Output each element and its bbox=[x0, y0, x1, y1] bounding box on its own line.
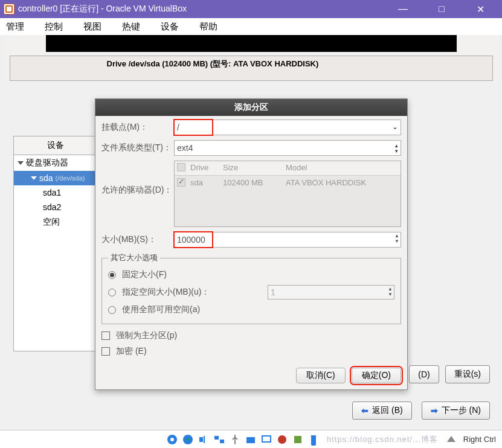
wizard-buttons-lower: ⬅ 返回 (B) ➡ 下一步 (N) bbox=[0, 402, 502, 420]
tree-hdd-node[interactable]: 硬盘驱动器 bbox=[14, 155, 97, 171]
radio-selected-icon[interactable] bbox=[108, 271, 116, 279]
tree-sda-node[interactable]: sda (/dev/sda) bbox=[14, 171, 97, 185]
opt-all-label: 使用全部可用空间(a) bbox=[122, 304, 200, 315]
audio-icon bbox=[198, 434, 210, 446]
svg-rect-10 bbox=[294, 436, 301, 443]
spec-size-value: 1 bbox=[271, 287, 275, 297]
checkbox-checked-icon[interactable] bbox=[177, 178, 185, 187]
fstype-label: 文件系统类型(T)： bbox=[101, 142, 174, 153]
svg-point-1 bbox=[170, 438, 174, 441]
dialog-title: 添加分区 bbox=[95, 99, 407, 116]
watermark-text: https://blog.csdn.net/...博客 bbox=[327, 434, 438, 445]
tree-hdd-label: 硬盘驱动器 bbox=[26, 158, 68, 168]
vbox-statusbar: https://blog.csdn.net/...博客 Right Ctrl bbox=[0, 430, 502, 448]
device-tree-header: 设备 bbox=[13, 136, 98, 155]
wizard-buttons-upper: (D) 重设(s) bbox=[0, 365, 502, 383]
installer-top-bar bbox=[46, 35, 457, 52]
chevron-down-icon bbox=[31, 176, 37, 180]
maximize-button[interactable]: □ bbox=[430, 4, 454, 15]
next-button[interactable]: ➡ 下一步 (N) bbox=[422, 402, 490, 420]
svg-rect-8 bbox=[262, 436, 271, 442]
d-button[interactable]: (D) bbox=[409, 365, 439, 383]
usb-icon bbox=[229, 434, 241, 446]
mount-point-combo[interactable]: / ⌄ bbox=[174, 120, 401, 135]
updown-icon: ▴▾ bbox=[395, 143, 398, 154]
host-key-label: Right Ctrl bbox=[463, 435, 496, 444]
size-input[interactable]: 100000 ▲▼ bbox=[174, 232, 401, 248]
fstype-value: ext4 bbox=[177, 143, 193, 153]
vbox-titlebar: controller0 [正在运行] - Oracle VM VirtualBo… bbox=[0, 0, 502, 18]
add-partition-dialog: 添加分区 挂载点(M)： / ⌄ 文件系统类型(T)： ext4 ▴▾ 允许的驱… bbox=[95, 98, 408, 390]
menu-view[interactable]: 视图 bbox=[81, 20, 104, 34]
close-button[interactable]: ✕ bbox=[468, 4, 492, 15]
checkbox-icon[interactable] bbox=[101, 331, 110, 340]
reset-label: 重设(s) bbox=[454, 369, 481, 380]
vm-display-area: Drive /dev/sda (102400 MB) (型号: ATA VBOX… bbox=[4, 35, 499, 81]
force-primary-row[interactable]: 强制为主分区(p) bbox=[101, 328, 401, 344]
cell-drive: sda bbox=[190, 178, 220, 188]
opt-spec-row[interactable]: 指定空间大小(MB)(u)： 1 ▲▼ bbox=[108, 283, 394, 302]
minimize-button[interactable]: — bbox=[391, 4, 415, 15]
arrow-right-icon: ➡ bbox=[431, 406, 438, 415]
tree-sda2-node[interactable]: sda2 bbox=[14, 200, 97, 214]
spin-buttons[interactable]: ▲▼ bbox=[394, 233, 399, 244]
other-size-options: 其它大小选项 固定大小(F) 指定空间大小(MB)(u)： 1 ▲▼ 使用全部可… bbox=[101, 252, 401, 324]
reset-button[interactable]: 重设(s) bbox=[445, 365, 490, 383]
allowed-drives-label: 允许的驱动器(D)： bbox=[101, 161, 174, 196]
mouse-icon bbox=[307, 434, 320, 446]
vbox-window-title: controller0 [正在运行] - Oracle VM VirtualBo… bbox=[18, 4, 391, 14]
harddisk-icon bbox=[166, 434, 178, 446]
cell-model: ATA VBOX HARDDISK bbox=[286, 178, 398, 188]
chevron-down-icon bbox=[18, 161, 24, 165]
spec-size-input[interactable]: 1 ▲▼ bbox=[268, 285, 394, 299]
tree-sda-path: (/dev/sda) bbox=[56, 174, 85, 182]
back-button[interactable]: ⬅ 返回 (B) bbox=[352, 402, 412, 420]
table-header: Drive Size Model bbox=[175, 161, 401, 176]
menu-manage[interactable]: 管理 bbox=[4, 20, 27, 34]
spin-buttons[interactable]: ▲▼ bbox=[388, 286, 393, 297]
device-tree: 设备 硬盘驱动器 sda (/dev/sda) sda1 sda2 空闲 bbox=[13, 136, 98, 351]
cell-size: 102400 MB bbox=[223, 178, 283, 188]
tree-sda-label: sda bbox=[39, 173, 53, 183]
menu-control[interactable]: 控制 bbox=[42, 20, 65, 34]
display-icon bbox=[260, 434, 272, 446]
menu-help[interactable]: 帮助 bbox=[197, 20, 220, 34]
svg-rect-6 bbox=[220, 440, 224, 443]
fstype-combo[interactable]: ext4 ▴▾ bbox=[174, 140, 401, 156]
checkbox-icon[interactable] bbox=[101, 347, 110, 356]
table-row[interactable]: sda 102400 MB ATA VBOX HARDDISK bbox=[175, 176, 401, 191]
menu-hotkeys[interactable]: 热键 bbox=[120, 20, 143, 34]
other-size-legend: 其它大小选项 bbox=[108, 252, 160, 263]
opt-fixed-row[interactable]: 固定大小(F) bbox=[108, 267, 394, 283]
encrypt-row[interactable]: 加密 (E) bbox=[101, 344, 401, 359]
checkbox-icon[interactable] bbox=[177, 163, 185, 171]
radio-icon[interactable] bbox=[108, 289, 116, 296]
recording-icon bbox=[276, 434, 288, 446]
optical-icon bbox=[182, 434, 194, 446]
opt-spec-label: 指定空间大小(MB)(u)： bbox=[122, 287, 210, 298]
svg-rect-4 bbox=[199, 437, 203, 442]
opt-all-row[interactable]: 使用全部可用空间(a) bbox=[108, 302, 394, 318]
d-label: (D) bbox=[418, 370, 430, 379]
radio-icon[interactable] bbox=[108, 306, 116, 314]
col-drive: Drive bbox=[190, 163, 220, 173]
network-icon bbox=[213, 434, 225, 446]
vbox-menubar: 管理 控制 视图 热键 设备 帮助 bbox=[0, 18, 502, 35]
drive-summary-title: Drive /dev/sda (102400 MB) (型号: ATA VBOX… bbox=[16, 59, 486, 69]
tree-sda1-label: sda1 bbox=[43, 188, 61, 197]
tree-sda1-node[interactable]: sda1 bbox=[14, 185, 97, 200]
menu-devices[interactable]: 设备 bbox=[158, 20, 181, 34]
encrypt-label: 加密 (E) bbox=[116, 346, 147, 357]
col-model: Model bbox=[286, 163, 398, 173]
size-value: 100000 bbox=[177, 235, 205, 245]
tree-free-label: 空闲 bbox=[43, 217, 60, 228]
svg-point-9 bbox=[278, 435, 286, 444]
allowed-drives-table[interactable]: Drive Size Model sda 102400 MB ATA VBOX … bbox=[174, 161, 401, 227]
opt-fixed-label: 固定大小(F) bbox=[122, 269, 167, 280]
next-label: 下一步 (N) bbox=[442, 405, 481, 416]
mount-point-value: / bbox=[177, 123, 179, 132]
shared-folder-icon bbox=[245, 434, 257, 446]
size-label: 大小(MB)(S)： bbox=[101, 234, 174, 245]
tree-sda2-label: sda2 bbox=[43, 202, 61, 212]
tree-free-node[interactable]: 空闲 bbox=[14, 214, 97, 230]
